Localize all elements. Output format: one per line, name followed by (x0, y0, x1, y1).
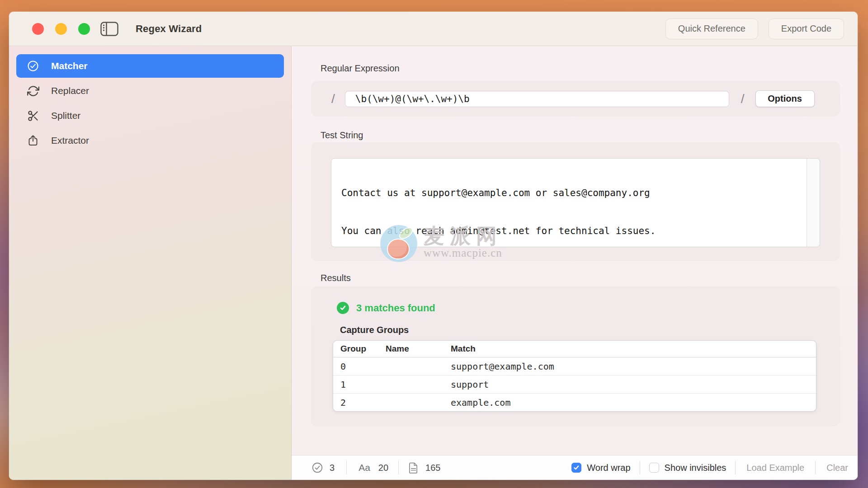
cell-match: example.com (451, 397, 816, 408)
status-char-count: 165 (425, 463, 440, 473)
column-header-name: Name (386, 344, 451, 354)
regex-card: / / Options (311, 81, 840, 116)
font-size-icon: Aa (359, 462, 370, 473)
status-font-size: 20 (378, 463, 388, 473)
quick-reference-button[interactable]: Quick Reference (665, 19, 758, 39)
sidebar-item-label: Replacer (51, 85, 89, 96)
word-wrap-label: Word wrap (587, 463, 630, 473)
window-title: Regex Wizard (136, 23, 202, 35)
test-string-section-label: Test String (321, 130, 363, 141)
sidebar-item-label: Splitter (51, 110, 80, 121)
refresh-icon (27, 84, 39, 97)
capture-groups-label: Capture Groups (340, 325, 409, 335)
table-row[interactable]: 1 support (333, 375, 816, 394)
status-bar: 3 Aa 20 165 (292, 455, 858, 480)
sidebar-item-replacer[interactable]: Replacer (16, 79, 284, 103)
textarea-scrollbar[interactable] (807, 159, 820, 247)
sidebar-item-extractor[interactable]: Extractor (16, 129, 284, 152)
column-header-match: Match (451, 344, 816, 354)
status-separator (815, 461, 816, 474)
close-window-button[interactable] (32, 23, 44, 35)
regex-pattern-input[interactable] (345, 91, 729, 107)
table-row[interactable]: 2 example.com (333, 394, 816, 411)
table-header-row: Group Name Match (333, 341, 816, 357)
show-invisibles-toggle[interactable]: Show invisibles (649, 463, 726, 473)
show-invisibles-checkbox[interactable] (649, 463, 659, 473)
word-wrap-toggle[interactable]: Word wrap (571, 463, 630, 473)
sidebar-toggle-icon[interactable] (100, 22, 118, 36)
cell-group: 1 (333, 379, 386, 390)
status-separator (735, 461, 736, 474)
results-section-label: Results (321, 273, 351, 283)
status-bar-right: Word wrap Show invisibles Load Example (571, 461, 850, 474)
status-separator (346, 461, 347, 474)
show-invisibles-label: Show invisibles (665, 463, 726, 473)
minimize-window-button[interactable] (55, 23, 67, 35)
match-count-text: 3 matches found (356, 302, 435, 314)
cell-match: support@example.com (451, 361, 816, 372)
titlebar: Regex Wizard Quick Reference Export Code (9, 12, 858, 46)
word-wrap-checkbox[interactable] (571, 463, 581, 473)
desktop-background: Regex Wizard Quick Reference Export Code… (0, 0, 868, 488)
success-check-icon (337, 302, 349, 314)
test-string-card: Contact us at support@example.com or sal… (311, 142, 840, 261)
table-row[interactable]: 0 support@example.com (333, 357, 816, 375)
test-string-line: You can also reach admin@test.net for te… (341, 225, 803, 237)
match-summary-row: 3 matches found (337, 302, 435, 314)
options-button[interactable]: Options (755, 90, 815, 107)
results-card: 3 matches found Capture Groups Group Nam… (311, 287, 840, 426)
match-count-icon (311, 462, 323, 474)
cell-group: 0 (333, 361, 386, 372)
cell-match: support (451, 379, 816, 390)
sidebar: Matcher Replacer (9, 46, 292, 480)
titlebar-actions: Quick Reference Export Code (665, 19, 844, 39)
export-code-button[interactable]: Export Code (769, 19, 844, 39)
document-icon (409, 462, 418, 474)
sidebar-item-label: Extractor (51, 135, 89, 146)
regex-close-delimiter: / (741, 92, 745, 106)
status-separator (640, 461, 640, 474)
scissors-icon (27, 109, 39, 122)
capture-groups-table: Group Name Match 0 support@example.com 1 (333, 340, 816, 412)
app-body: Matcher Replacer (9, 46, 858, 480)
zoom-window-button[interactable] (78, 23, 90, 35)
regex-section-label: Regular Expression (321, 63, 400, 74)
load-example-button[interactable]: Load Example (745, 463, 806, 473)
status-separator (398, 461, 399, 474)
main-panel: Regular Expression / / Options Test Stri… (292, 46, 858, 480)
regex-open-delimiter: / (331, 92, 335, 106)
test-string-line: Contact us at support@example.com or sal… (341, 187, 803, 199)
test-string-textarea[interactable]: Contact us at support@example.com or sal… (331, 158, 820, 247)
sidebar-item-label: Matcher (51, 61, 88, 71)
check-circle-icon (27, 60, 39, 72)
cell-group: 2 (333, 397, 386, 408)
share-icon (27, 134, 39, 147)
sidebar-item-splitter[interactable]: Splitter (16, 104, 284, 127)
clear-button[interactable]: Clear (825, 463, 850, 473)
app-window: Regex Wizard Quick Reference Export Code… (9, 12, 858, 480)
column-header-group: Group (333, 344, 386, 354)
sidebar-item-matcher[interactable]: Matcher (16, 54, 284, 78)
status-match-count: 3 (330, 463, 335, 473)
